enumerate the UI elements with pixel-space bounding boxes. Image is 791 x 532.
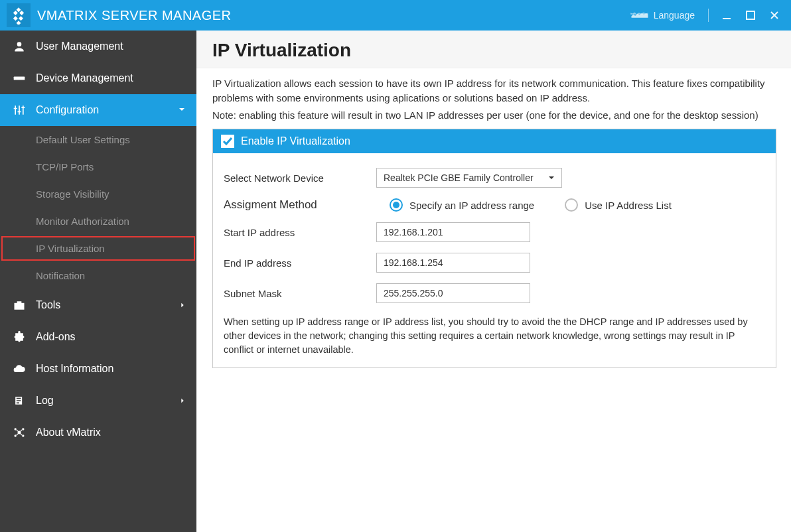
maximize-icon bbox=[746, 11, 755, 20]
sidebar-sub-tcpip-ports[interactable]: TCP/IP Ports bbox=[0, 153, 196, 180]
sidebar-item-log[interactable]: Log bbox=[0, 385, 196, 417]
sidebar-item-label: Host Information bbox=[36, 363, 113, 375]
sidebar-item-tools[interactable]: Tools bbox=[0, 289, 196, 321]
sidebar-sub-notification[interactable]: Notification bbox=[0, 262, 196, 289]
svg-point-5 bbox=[22, 428, 24, 430]
subnet-label: Subnet Mask bbox=[224, 288, 376, 299]
chevron-right-icon bbox=[179, 395, 186, 407]
enable-ip-virtualization-label: Enable IP Virtualization bbox=[241, 135, 350, 147]
svg-rect-1 bbox=[747, 11, 755, 19]
main-content: IP Virtualization IP Virtualization allo… bbox=[196, 31, 791, 532]
radio-icon bbox=[390, 198, 403, 212]
sidebar-item-label: Tools bbox=[36, 299, 60, 311]
sidebar-item-user-management[interactable]: User Management bbox=[0, 31, 196, 62]
language-label: Language bbox=[654, 10, 695, 21]
toolbox-icon bbox=[11, 299, 28, 312]
svg-point-6 bbox=[15, 434, 17, 436]
sidebar-item-addons[interactable]: Add-ons bbox=[0, 321, 196, 353]
svg-rect-0 bbox=[723, 18, 731, 19]
sidebar-sub-monitor-authorization[interactable]: Monitor Authorization bbox=[0, 208, 196, 235]
device-icon bbox=[11, 72, 28, 85]
sidebar-item-label: Add-ons bbox=[36, 331, 76, 343]
globe-map-icon bbox=[630, 9, 650, 21]
assignment-list-radio[interactable]: Use IP Address List bbox=[565, 198, 672, 212]
chevron-down-icon bbox=[178, 104, 186, 116]
ip-virtualization-panel: Enable IP Virtualization Select Network … bbox=[212, 129, 776, 368]
page-note: Note: enabling this feature will result … bbox=[212, 108, 776, 123]
assignment-method-label: Assigment Method bbox=[224, 198, 376, 212]
chevron-right-icon bbox=[179, 299, 186, 311]
network-icon bbox=[11, 426, 28, 439]
svg-point-4 bbox=[15, 428, 17, 430]
network-device-selected-value: Realtek PCIe GBE Family Controller bbox=[384, 172, 534, 183]
title-bar: VMATRIX SERVER MANAGER Language bbox=[0, 0, 791, 31]
window-maximize-button[interactable] bbox=[741, 5, 760, 25]
start-ip-input[interactable] bbox=[376, 222, 530, 242]
select-device-label: Select Network Device bbox=[224, 172, 376, 184]
page-title: IP Virtualization bbox=[212, 40, 776, 61]
enable-ip-virtualization-checkbox[interactable] bbox=[221, 135, 234, 148]
page-description: IP Virtualization allows each session to… bbox=[212, 76, 776, 105]
sidebar-sub-ip-virtualization[interactable]: IP Virtualization bbox=[0, 235, 196, 262]
titlebar-separator bbox=[708, 9, 709, 22]
puzzle-icon bbox=[11, 330, 28, 344]
sidebar-item-label: About vMatrix bbox=[36, 427, 101, 438]
caret-down-icon bbox=[548, 172, 555, 183]
sidebar-item-about[interactable]: About vMatrix bbox=[0, 417, 196, 448]
sidebar-item-label: Device Management bbox=[36, 72, 133, 84]
sidebar-item-configuration[interactable]: Configuration bbox=[0, 94, 196, 126]
assignment-range-label: Specify an IP address range bbox=[409, 200, 534, 211]
sidebar-sub-default-user-settings[interactable]: Default User Settings bbox=[0, 126, 196, 153]
sidebar-item-label: User Management bbox=[36, 40, 123, 52]
assignment-list-label: Use IP Address List bbox=[585, 200, 672, 211]
sidebar: User Management Device Management Config… bbox=[0, 31, 196, 532]
sidebar-item-device-management[interactable]: Device Management bbox=[0, 62, 196, 94]
svg-rect-2 bbox=[14, 77, 25, 80]
assignment-range-radio[interactable]: Specify an IP address range bbox=[390, 198, 534, 212]
network-device-select[interactable]: Realtek PCIe GBE Family Controller bbox=[376, 168, 562, 188]
minimize-icon bbox=[722, 11, 731, 20]
subnet-mask-input[interactable] bbox=[376, 283, 530, 303]
sidebar-sub-storage-visibility[interactable]: Storage Visibility bbox=[0, 180, 196, 208]
panel-footer-note: When setting up IP address range or IP a… bbox=[224, 315, 765, 357]
users-icon bbox=[11, 40, 28, 53]
window-close-button[interactable] bbox=[764, 5, 784, 25]
sidebar-item-label: Log bbox=[36, 395, 54, 407]
cloud-icon bbox=[11, 362, 28, 375]
language-selector[interactable]: Language bbox=[624, 7, 700, 24]
end-ip-label: End IP address bbox=[224, 257, 376, 269]
sidebar-item-label: Configuration bbox=[36, 104, 99, 116]
check-icon bbox=[222, 136, 233, 147]
sidebar-item-host-information[interactable]: Host Information bbox=[0, 353, 196, 385]
panel-header: Enable IP Virtualization bbox=[213, 129, 776, 153]
log-icon bbox=[11, 394, 28, 407]
end-ip-input[interactable] bbox=[376, 253, 530, 273]
svg-point-7 bbox=[22, 434, 24, 436]
app-logo bbox=[7, 3, 31, 27]
start-ip-label: Start IP address bbox=[224, 227, 376, 238]
radio-icon bbox=[565, 198, 578, 212]
window-minimize-button[interactable] bbox=[717, 5, 737, 25]
app-title: VMATRIX SERVER MANAGER bbox=[37, 8, 232, 23]
close-icon bbox=[770, 11, 779, 20]
sliders-icon bbox=[11, 103, 28, 117]
